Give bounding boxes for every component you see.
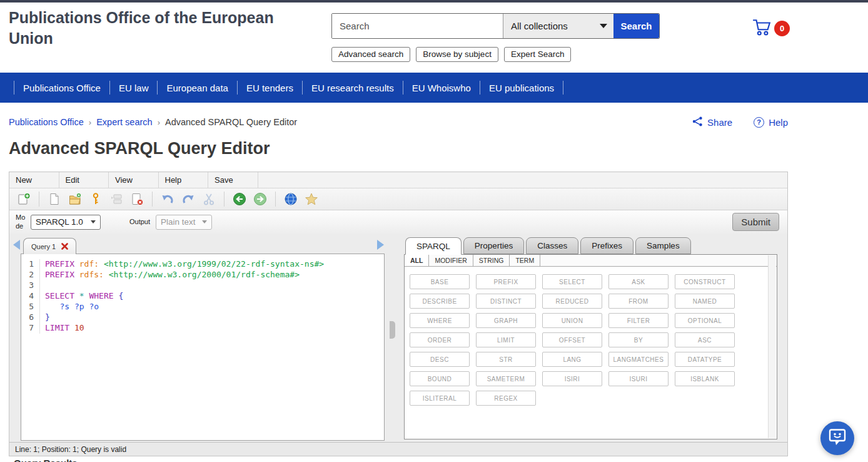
subtab-string[interactable]: STRING <box>473 255 510 266</box>
query-tab-label: Query 1 <box>31 243 56 250</box>
keyword-button-limit[interactable]: LIMIT <box>476 332 536 347</box>
keyword-button-isblank[interactable]: ISBLANK <box>675 371 735 386</box>
submit-button[interactable]: Submit <box>732 213 779 231</box>
menu-edit[interactable]: Edit <box>59 172 109 188</box>
subtab-all[interactable]: ALL <box>405 255 429 266</box>
toolbar-separator <box>39 192 39 207</box>
tab-scroll-left-icon[interactable] <box>13 240 20 250</box>
keyword-button-named[interactable]: NAMED <box>675 294 735 309</box>
search-input[interactable] <box>332 14 503 38</box>
keyword-button-datatype[interactable]: DATATYPE <box>675 352 735 367</box>
search-button[interactable]: Search <box>613 14 659 38</box>
nav-item-publications-office[interactable]: Publications Office <box>14 83 109 93</box>
tab-scroll-right-icon[interactable] <box>377 240 384 250</box>
collections-dropdown[interactable]: All collections <box>503 14 613 38</box>
keyword-button-lang[interactable]: LANG <box>542 352 602 367</box>
keyword-button-order[interactable]: ORDER <box>410 332 470 347</box>
breadcrumb-separator: › <box>89 118 91 127</box>
tab-properties[interactable]: Properties <box>463 237 525 254</box>
cut-icon[interactable] <box>201 191 217 207</box>
keyword-button-select[interactable]: SELECT <box>542 274 602 289</box>
keyword-button-reduced[interactable]: REDUCED <box>542 294 602 309</box>
menu-new[interactable]: New <box>9 172 59 188</box>
code-text: } <box>40 312 50 323</box>
tab-samples[interactable]: Samples <box>635 237 691 254</box>
quick-link-advanced-search[interactable]: Advanced search <box>331 47 410 62</box>
toolbar-separator <box>275 192 276 207</box>
open-icon[interactable] <box>67 191 83 207</box>
cart-count-badge: 0 <box>774 21 790 36</box>
panel-scrollbar[interactable] <box>768 255 776 438</box>
keyword-button-sameterm[interactable]: SAMETERM <box>476 371 536 386</box>
keyword-button-asc[interactable]: ASC <box>675 332 735 347</box>
breadcrumb-link-expert-search[interactable]: Expert search <box>96 117 152 127</box>
breadcrumb-link-publications-office[interactable]: Publications Office <box>9 117 84 127</box>
nav-item-eu-publications[interactable]: EU publications <box>480 83 563 93</box>
key-icon[interactable] <box>88 191 104 207</box>
keyword-button-filter[interactable]: FILTER <box>608 313 669 328</box>
mode-row: Mode SPARQL 1.0 Output Plain text Submit <box>9 210 787 234</box>
nav-item-eu-whoiswho[interactable]: EU Whoiswho <box>403 83 480 93</box>
keyword-button-ask[interactable]: ASK <box>608 274 669 289</box>
delete-document-icon[interactable] <box>129 191 145 207</box>
keyword-button-isiri[interactable]: ISIRI <box>542 371 602 386</box>
menu-view[interactable]: View <box>109 172 159 188</box>
keyword-button-str[interactable]: STR <box>476 352 536 367</box>
query-code-editor[interactable]: 1PREFIX rdf: <http://www.w3.org/1999/02/… <box>21 254 385 441</box>
keyword-button-base[interactable]: BASE <box>410 274 470 289</box>
list-icon[interactable] <box>108 191 124 207</box>
query-tab[interactable]: Query 1 <box>23 238 76 254</box>
back-icon[interactable] <box>231 191 248 207</box>
output-select[interactable]: Plain text <box>156 215 212 230</box>
globe-icon[interactable] <box>283 191 299 207</box>
editor-split-area: Query 1 1PREFIX rdf: <http://www.w3.org/… <box>9 234 787 442</box>
tab-classes[interactable]: Classes <box>526 237 578 254</box>
keyword-button-from[interactable]: FROM <box>608 294 669 309</box>
favorite-icon[interactable] <box>303 191 320 207</box>
share-link[interactable]: Share <box>692 116 732 128</box>
help-link[interactable]: ? Help <box>754 117 788 128</box>
keyword-button-offset[interactable]: OFFSET <box>542 332 602 347</box>
keyword-button-where[interactable]: WHERE <box>410 313 470 328</box>
page-title: Advanced SPARQL Query Editor <box>9 139 868 158</box>
line-number: 3 <box>21 280 40 291</box>
keyword-button-graph[interactable]: GRAPH <box>476 313 536 328</box>
menu-save[interactable]: Save <box>208 172 258 188</box>
site-title[interactable]: Publications Office of the European Unio… <box>9 8 321 48</box>
undo-icon[interactable] <box>159 191 176 207</box>
splitter-handle[interactable] <box>390 321 395 339</box>
nav-item-european-data[interactable]: European data <box>158 83 236 93</box>
quick-link-browse-by-subject[interactable]: Browse by subject <box>416 47 498 62</box>
keyword-button-construct[interactable]: CONSTRUCT <box>675 274 735 289</box>
keyword-button-by[interactable]: BY <box>608 332 669 347</box>
keyword-button-prefix[interactable]: PREFIX <box>476 274 536 289</box>
new-query-icon[interactable] <box>16 191 32 207</box>
editor-toolbar <box>9 188 787 210</box>
keyword-button-describe[interactable]: DESCRIBE <box>410 294 470 309</box>
nav-item-eu-tenders[interactable]: EU tenders <box>238 83 302 93</box>
quick-link-expert-search[interactable]: Expert Search <box>504 47 572 62</box>
cart[interactable]: 0 <box>752 18 790 39</box>
keyword-button-langmatches[interactable]: LANGMATCHES <box>608 352 669 367</box>
close-icon[interactable] <box>61 241 68 252</box>
redo-icon[interactable] <box>180 191 196 207</box>
forward-icon[interactable] <box>252 191 268 207</box>
keyword-button-bound[interactable]: BOUND <box>410 371 470 386</box>
keyword-button-union[interactable]: UNION <box>542 313 602 328</box>
keyword-button-regex[interactable]: REGEX <box>476 391 536 406</box>
keyword-button-isuri[interactable]: ISURI <box>608 371 669 386</box>
tab-prefixes[interactable]: Prefixes <box>580 237 633 254</box>
keyword-button-optional[interactable]: OPTIONAL <box>675 313 735 328</box>
subtab-modifier[interactable]: MODIFIER <box>429 255 473 266</box>
subtab-term[interactable]: TERM <box>510 255 540 266</box>
chat-widget-button[interactable] <box>820 421 854 455</box>
tab-sparql[interactable]: SPARQL <box>405 237 462 255</box>
nav-item-eu-research-results[interactable]: EU research results <box>303 83 403 93</box>
keyword-button-desc[interactable]: DESC <box>410 352 470 367</box>
mode-select[interactable]: SPARQL 1.0 <box>31 215 101 230</box>
blank-document-icon[interactable] <box>46 191 63 207</box>
nav-item-eu-law[interactable]: EU law <box>110 83 158 93</box>
keyword-button-distinct[interactable]: DISTINCT <box>476 294 536 309</box>
keyword-button-isliteral[interactable]: ISLITERAL <box>410 391 470 406</box>
menu-help[interactable]: Help <box>159 172 209 188</box>
